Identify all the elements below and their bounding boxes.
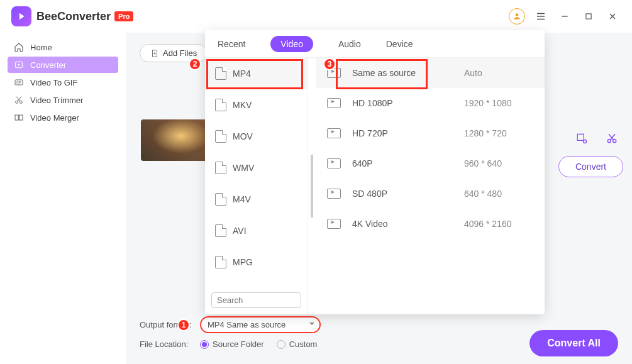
- panel-tab-recent[interactable]: Recent: [218, 39, 245, 49]
- convert-button[interactable]: Convert: [558, 156, 623, 177]
- edition-badge: Pro: [114, 11, 133, 21]
- svg-rect-8: [19, 115, 23, 120]
- video-thumbnail[interactable]: [141, 119, 208, 161]
- sidebar-item-converter[interactable]: Converter: [8, 57, 118, 73]
- file-icon: [215, 224, 226, 237]
- video-icon: [327, 158, 341, 168]
- format-list: MP4 MKV MOV WMV M4V AVI MPG: [205, 58, 308, 314]
- svg-rect-7: [15, 115, 18, 120]
- converter-icon: [14, 60, 24, 70]
- format-search-input[interactable]: [211, 292, 301, 308]
- file-icon: [215, 67, 226, 80]
- format-mkv[interactable]: MKV: [205, 89, 308, 121]
- output-format-label: Output format:: [140, 320, 200, 329]
- panel-tab-video[interactable]: Video: [270, 36, 313, 52]
- panel-tab-device[interactable]: Device: [386, 39, 413, 49]
- svg-point-10: [584, 140, 587, 143]
- size-4k[interactable]: 4K Video4096 * 2160: [316, 209, 545, 239]
- annotation-2: 2: [189, 58, 201, 70]
- format-mov[interactable]: MOV: [205, 121, 308, 152]
- svg-text:GIF: GIF: [16, 81, 21, 84]
- location-source-folder[interactable]: Source Folder: [200, 339, 264, 349]
- size-640p[interactable]: 640P960 * 640: [316, 148, 545, 179]
- svg-rect-9: [577, 134, 584, 140]
- trimmer-icon: [14, 95, 24, 105]
- location-custom[interactable]: Custom: [277, 339, 318, 349]
- format-wmv[interactable]: WMV: [205, 152, 308, 184]
- file-icon: [215, 193, 226, 206]
- video-icon: [327, 128, 341, 138]
- video-icon: [327, 189, 341, 199]
- format-scrollbar[interactable]: [309, 62, 314, 311]
- radio-icon: [277, 340, 286, 349]
- svg-point-0: [516, 13, 519, 16]
- size-720p[interactable]: HD 720P1280 * 720: [316, 118, 545, 148]
- annotation-3: 3: [323, 58, 336, 70]
- format-mpg[interactable]: MPG: [205, 246, 308, 278]
- minimize-icon[interactable]: [557, 8, 573, 25]
- panel-tab-audio[interactable]: Audio: [338, 39, 361, 49]
- sidebar-item-label: Video To GIF: [30, 78, 77, 87]
- app-name: BeeConverter: [36, 10, 111, 23]
- output-format-select[interactable]: MP4 Same as source: [200, 316, 321, 333]
- file-icon: [215, 162, 226, 174]
- video-icon: [327, 98, 341, 108]
- convert-all-button[interactable]: Convert All: [529, 330, 618, 356]
- merger-icon: [14, 113, 24, 123]
- format-mp4[interactable]: MP4: [205, 58, 308, 89]
- file-location-label: File Location:: [140, 339, 200, 349]
- video-icon: [327, 219, 341, 229]
- radio-icon: [200, 340, 209, 349]
- sidebar-item-label: Home: [30, 43, 52, 52]
- sidebar-item-label: Converter: [30, 60, 66, 70]
- add-files-label: Add Files: [163, 48, 197, 58]
- scissors-icon[interactable]: [606, 132, 618, 145]
- sidebar-item-label: Video Merger: [30, 113, 79, 123]
- maximize-icon[interactable]: [580, 8, 597, 25]
- size-1080p[interactable]: HD 1080P1920 * 1080: [316, 88, 545, 118]
- settings-icon[interactable]: [575, 132, 588, 145]
- titlebar: BeeConverter Pro: [0, 0, 632, 33]
- sidebar-item-home[interactable]: Home: [8, 39, 118, 55]
- format-panel: Recent Video Audio Device MP4 MKV MOV WM…: [205, 30, 545, 314]
- sidebar: Home Converter GIF Video To GIF Video Tr…: [0, 33, 126, 364]
- home-icon: [14, 42, 24, 52]
- sidebar-item-video-to-gif[interactable]: GIF Video To GIF: [8, 74, 118, 91]
- app-logo: [11, 6, 31, 26]
- account-icon[interactable]: [509, 8, 525, 25]
- size-list: Same as sourceAuto HD 1080P1920 * 1080 H…: [316, 58, 545, 314]
- format-m4v[interactable]: M4V: [205, 184, 308, 215]
- svg-rect-1: [586, 14, 591, 19]
- sidebar-item-label: Video Trimmer: [30, 96, 83, 105]
- sidebar-item-video-trimmer[interactable]: Video Trimmer: [8, 92, 118, 108]
- close-icon[interactable]: [604, 8, 621, 25]
- file-icon: [215, 130, 226, 143]
- gif-icon: GIF: [14, 77, 24, 87]
- file-icon: [215, 256, 226, 268]
- menu-icon[interactable]: [533, 8, 549, 25]
- annotation-1: 1: [177, 319, 190, 331]
- sidebar-item-video-merger[interactable]: Video Merger: [8, 109, 118, 126]
- size-480p[interactable]: SD 480P640 * 480: [316, 179, 545, 209]
- format-avi[interactable]: AVI: [205, 215, 308, 246]
- add-file-icon: [150, 49, 159, 58]
- output-format-value: MP4 Same as source: [208, 320, 286, 329]
- file-icon: [215, 99, 226, 111]
- size-same-as-source[interactable]: Same as sourceAuto: [316, 58, 545, 88]
